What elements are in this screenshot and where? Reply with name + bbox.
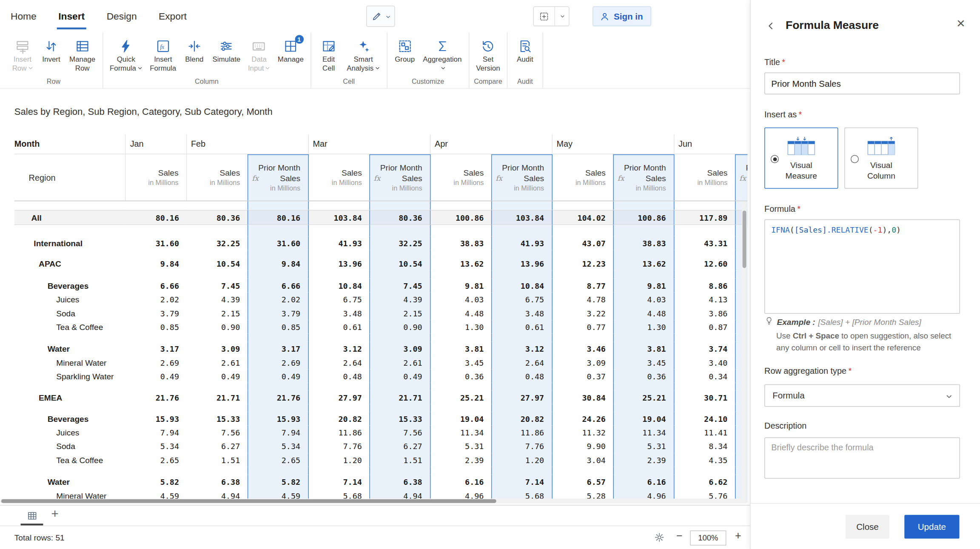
value-cell[interactable]: 5.31 [430, 439, 491, 453]
row-label[interactable]: Tea & Coffee [14, 453, 126, 467]
menu-tab-home[interactable]: Home [10, 0, 37, 32]
value-cell[interactable]: 6.57 [552, 475, 613, 489]
value-cell[interactable]: 4.94 [187, 489, 248, 500]
add-visual-button[interactable] [533, 6, 569, 26]
title-input[interactable] [764, 72, 960, 94]
value-cell[interactable]: 3.22 [552, 306, 613, 320]
value-cell[interactable]: 2.61 [187, 356, 248, 369]
value-cell[interactable]: 0.49 [369, 369, 430, 383]
value-cell[interactable]: 80.16 [125, 210, 186, 225]
month-header-may[interactable]: May [552, 134, 674, 154]
month-header-jan[interactable]: Jan [125, 134, 186, 154]
value-cell[interactable]: 13.96 [491, 257, 552, 270]
value-cell[interactable]: 9.81 [613, 279, 674, 292]
value-cell[interactable]: 38.83 [613, 236, 674, 250]
row-aggregation-select[interactable]: Formula [764, 384, 960, 407]
value-cell[interactable]: 6.62 [674, 475, 735, 489]
value-cell[interactable]: 100.86 [613, 210, 674, 225]
smart-analysis-button[interactable]: SmartAnalysis [343, 37, 383, 74]
value-cell[interactable]: 0.77 [552, 320, 613, 333]
value-cell[interactable]: 2.64 [491, 356, 552, 369]
row-label[interactable]: Sparkling Water [14, 369, 126, 383]
value-cell[interactable]: 2.39 [613, 453, 674, 467]
prior-month-sales-column-header[interactable]: fxPrior MonthSalesin Millions [491, 154, 552, 201]
edit-mode-button[interactable] [366, 6, 395, 27]
value-cell[interactable]: 3.12 [308, 342, 369, 356]
row-label[interactable]: EMEA [14, 390, 126, 404]
value-cell[interactable]: 31.60 [248, 236, 308, 250]
value-cell[interactable]: 19.04 [613, 412, 674, 425]
quick-formula-button[interactable]: QuickFormula [106, 37, 146, 74]
menu-tab-export[interactable]: Export [158, 0, 188, 32]
value-cell[interactable]: 100.86 [430, 210, 491, 225]
value-cell[interactable]: 12.60 [674, 257, 735, 270]
menu-tab-insert[interactable]: Insert [58, 0, 85, 32]
value-cell[interactable]: 25.21 [430, 390, 491, 404]
value-cell[interactable]: 6.66 [248, 279, 308, 292]
insert-row-button[interactable]: InsertRow [8, 37, 37, 74]
blend-button[interactable]: Blend [180, 37, 209, 65]
value-cell[interactable]: 7.56 [187, 426, 248, 439]
value-cell[interactable]: 3.12 [491, 342, 552, 356]
value-cell[interactable]: 13.62 [613, 257, 674, 270]
value-cell[interactable]: 6.16 [430, 475, 491, 489]
description-textarea[interactable] [764, 438, 960, 479]
row-label[interactable]: Beverages [14, 279, 126, 292]
value-cell[interactable]: 13.62 [430, 257, 491, 270]
prior-month-sales-column-header[interactable]: fxPrior MonthSalesin Millions [248, 154, 308, 201]
value-cell[interactable]: 27.97 [491, 390, 552, 404]
value-cell[interactable]: 8.77 [552, 279, 613, 292]
value-cell[interactable]: 2.15 [369, 306, 430, 320]
value-cell[interactable]: 80.16 [248, 210, 308, 225]
visual-column-option[interactable]: Visual Column [844, 128, 918, 189]
sales-column-header[interactable]: Salesin Millions [552, 154, 613, 201]
value-cell[interactable]: 4.48 [430, 306, 491, 320]
value-cell[interactable]: 4.59 [248, 489, 308, 500]
value-cell[interactable]: 0.49 [125, 369, 186, 383]
value-cell[interactable]: 3.79 [125, 306, 186, 320]
manage-row-button[interactable]: ManageRow [66, 37, 99, 74]
value-cell[interactable]: 4.39 [369, 293, 430, 306]
radio-unselected-icon[interactable] [851, 155, 859, 163]
value-cell[interactable]: 3.48 [491, 306, 552, 320]
value-cell[interactable]: 4.03 [430, 293, 491, 306]
value-cell[interactable]: 2.02 [248, 293, 308, 306]
value-cell[interactable]: 30.84 [552, 390, 613, 404]
month-header-jun[interactable]: Jun [674, 134, 748, 154]
value-cell[interactable]: 6.27 [187, 439, 248, 453]
value-cell[interactable]: 32.25 [369, 236, 430, 250]
value-cell[interactable]: 6.38 [187, 475, 248, 489]
value-cell[interactable]: 3.17 [125, 342, 186, 356]
value-cell[interactable]: 5.34 [248, 439, 308, 453]
value-cell[interactable]: 5.68 [491, 489, 552, 500]
value-cell[interactable]: 9.81 [430, 279, 491, 292]
value-cell[interactable]: 9.90 [552, 439, 613, 453]
value-cell[interactable]: 5.82 [125, 475, 186, 489]
value-cell[interactable]: 11.34 [613, 426, 674, 439]
value-cell[interactable]: 9.84 [248, 257, 308, 270]
row-label[interactable]: APAC [14, 257, 126, 270]
value-cell[interactable]: 0.61 [308, 320, 369, 333]
prior-month-sales-column-header[interactable]: fxPrior MonthSalesin Millions [369, 154, 430, 201]
group-button[interactable]: Group [390, 37, 419, 65]
value-cell[interactable]: 30.71 [674, 390, 735, 404]
value-cell[interactable]: 8.34 [674, 439, 735, 453]
value-cell[interactable]: 4.35 [674, 453, 735, 467]
value-cell[interactable]: 11.86 [491, 426, 552, 439]
value-cell[interactable]: 0.48 [308, 369, 369, 383]
zoom-in-button[interactable]: + [735, 530, 741, 542]
value-cell[interactable]: 31.60 [125, 236, 186, 250]
value-cell[interactable]: 3.45 [613, 356, 674, 369]
visual-measure-option[interactable]: Visual Measure [764, 128, 838, 189]
row-label[interactable]: Soda [14, 306, 126, 320]
value-cell[interactable]: 0.49 [248, 369, 308, 383]
value-cell[interactable]: 11.41 [674, 426, 735, 439]
value-cell[interactable]: 27.97 [308, 390, 369, 404]
row-label[interactable]: Juices [14, 293, 126, 306]
value-cell[interactable]: 3.40 [674, 356, 735, 369]
set-version-button[interactable]: SetVersion [472, 37, 504, 74]
sales-column-header[interactable]: Salesin Millions [674, 154, 735, 201]
value-cell[interactable]: 7.45 [187, 279, 248, 292]
value-cell[interactable]: 6.38 [369, 475, 430, 489]
add-sheet-button[interactable]: + [51, 507, 58, 521]
